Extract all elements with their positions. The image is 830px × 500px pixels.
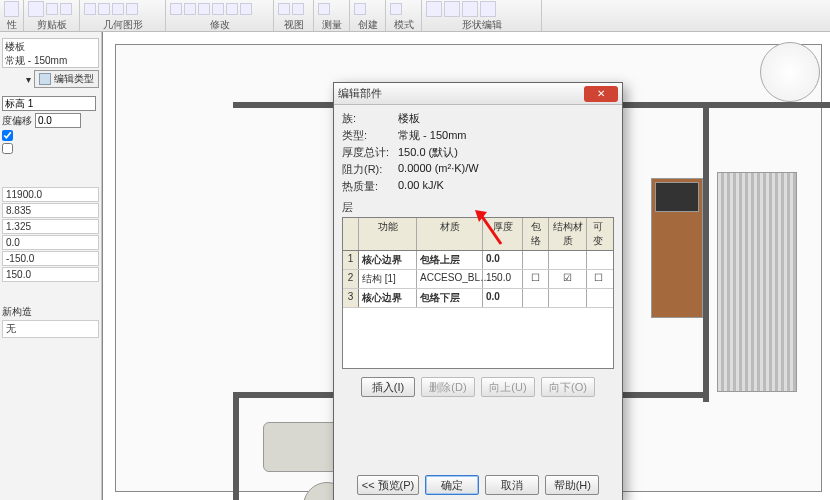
info-thickness-value: 150.0 (默认) bbox=[398, 145, 614, 160]
ok-button[interactable]: 确定 bbox=[425, 475, 479, 495]
table-header: 功能 材质 厚度 包络 结构材质 可变 bbox=[343, 218, 613, 251]
th-material: 材质 bbox=[417, 218, 483, 250]
close-button[interactable]: ✕ bbox=[584, 86, 618, 102]
dialog-titlebar[interactable]: 编辑部件 ✕ bbox=[334, 83, 622, 105]
th-thickness: 厚度 bbox=[483, 218, 523, 250]
info-family-label: 族: bbox=[342, 111, 398, 126]
layers-section-label: 层 bbox=[342, 200, 614, 215]
table-row[interactable]: 1 核心边界 包络上层 0.0 bbox=[343, 251, 613, 270]
info-thickness-label: 厚度总计: bbox=[342, 145, 398, 160]
insert-button[interactable]: 插入(I) bbox=[361, 377, 415, 397]
delete-button: 删除(D) bbox=[421, 377, 475, 397]
info-family-value: 楼板 bbox=[398, 111, 614, 126]
th-struct-mat: 结构材质 bbox=[549, 218, 587, 250]
dialog-title: 编辑部件 bbox=[338, 86, 382, 101]
th-wrap: 包络 bbox=[523, 218, 549, 250]
cancel-button[interactable]: 取消 bbox=[485, 475, 539, 495]
th-variable: 可变 bbox=[587, 218, 609, 250]
table-row[interactable]: 3 核心边界 包络下层 0.0 bbox=[343, 289, 613, 308]
move-up-button: 向上(U) bbox=[481, 377, 535, 397]
table-row[interactable]: 2 结构 [1] ACCESO_BL… 150.0 ☐ ☑ ☐ bbox=[343, 270, 613, 289]
layers-table: 功能 材质 厚度 包络 结构材质 可变 1 核心边界 包络上层 0.0 bbox=[342, 217, 614, 369]
info-type-value: 常规 - 150mm bbox=[398, 128, 614, 143]
help-button[interactable]: 帮助(H) bbox=[545, 475, 599, 495]
info-resistance-label: 阻力(R): bbox=[342, 162, 398, 177]
th-function: 功能 bbox=[359, 218, 417, 250]
edit-assembly-dialog: 编辑部件 ✕ 族:楼板 类型:常规 - 150mm 厚度总计:150.0 (默认… bbox=[333, 82, 623, 500]
info-resistance-value: 0.0000 (m²·K)/W bbox=[398, 162, 614, 177]
preview-button[interactable]: << 预览(P) bbox=[357, 475, 420, 495]
info-mass-value: 0.00 kJ/K bbox=[398, 179, 614, 194]
dialog-info: 族:楼板 类型:常规 - 150mm 厚度总计:150.0 (默认) 阻力(R)… bbox=[342, 111, 614, 194]
dialog-backdrop: 编辑部件 ✕ 族:楼板 类型:常规 - 150mm 厚度总计:150.0 (默认… bbox=[0, 0, 830, 500]
move-down-button: 向下(O) bbox=[541, 377, 595, 397]
info-type-label: 类型: bbox=[342, 128, 398, 143]
info-mass-label: 热质量: bbox=[342, 179, 398, 194]
